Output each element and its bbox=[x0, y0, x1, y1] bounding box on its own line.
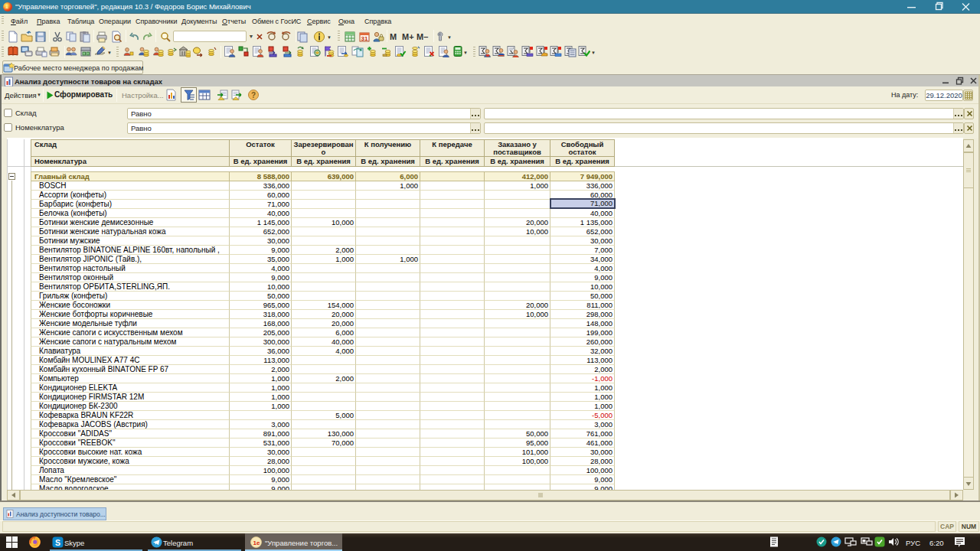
svg-text:?: ? bbox=[251, 91, 256, 99]
svg-text:31: 31 bbox=[361, 35, 368, 42]
svg-text:S: S bbox=[55, 538, 60, 547]
svg-text:1е: 1е bbox=[253, 540, 260, 546]
